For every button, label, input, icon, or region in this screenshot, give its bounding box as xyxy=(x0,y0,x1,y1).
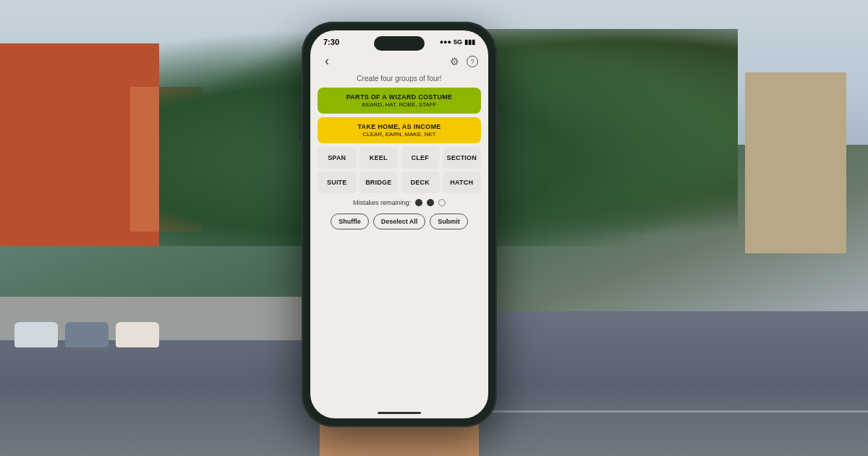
app-content: ‹ ⚙ ? Create four groups of four! PARTS … xyxy=(310,49,488,235)
group-card-yellow: TAKE HOME, AS INCOME CLEAR, EARN, MAKE, … xyxy=(318,117,481,143)
status-time: 7:30 xyxy=(323,38,339,46)
building-right xyxy=(745,72,846,253)
word-tile-keel[interactable]: KEEL xyxy=(359,147,399,169)
back-button[interactable]: ‹ xyxy=(320,52,333,70)
word-tile-suite[interactable]: SUITE xyxy=(318,172,357,193)
power-button[interactable] xyxy=(497,109,500,138)
phone-screen: 7:30 ●●● 5G ▮▮▮ ‹ ⚙ ? Create xyxy=(310,30,488,418)
word-tile-bridge[interactable]: BRIDGE xyxy=(359,172,399,193)
group-card-green: PARTS OF A WIZARD COSTUME BEARD, HAT, RO… xyxy=(318,88,481,114)
help-icon[interactable]: ? xyxy=(467,56,478,67)
word-tile-hatch[interactable]: HATCH xyxy=(443,172,482,193)
home-indicator xyxy=(378,412,421,414)
status-icons: ●●● 5G ▮▮▮ xyxy=(440,38,475,46)
group-items-green: BEARD, HAT, ROBE, STAFF xyxy=(325,101,474,108)
signal-icon: ●●● xyxy=(440,38,451,46)
word-grid: SPAN KEEL CLEF SECTION SUITE BRIDGE DECK… xyxy=(318,147,481,193)
mistake-dot-2 xyxy=(427,199,434,206)
hand-phone-area: 7:30 ●●● 5G ▮▮▮ ‹ ⚙ ? Create xyxy=(269,7,529,456)
car2 xyxy=(65,322,109,347)
car1 xyxy=(14,322,58,347)
phone-device: 7:30 ●●● 5G ▮▮▮ ‹ ⚙ ? Create xyxy=(302,22,497,427)
car3 xyxy=(116,322,159,347)
shuffle-button[interactable]: Shuffle xyxy=(331,214,369,229)
word-tile-span[interactable]: SPAN xyxy=(318,147,357,169)
mistakes-label: Mistakes remaining: xyxy=(353,199,411,206)
mistakes-row: Mistakes remaining: xyxy=(318,199,481,206)
battery-icon: ▮▮▮ xyxy=(464,38,475,46)
word-tile-section[interactable]: SECTION xyxy=(443,147,482,169)
deselect-all-button[interactable]: Deselect All xyxy=(373,214,426,229)
group-title-green: PARTS OF A WIZARD COSTUME xyxy=(325,93,474,101)
mistake-dot-empty xyxy=(438,199,446,206)
word-tile-deck[interactable]: DECK xyxy=(401,172,440,193)
word-tile-clef[interactable]: CLEF xyxy=(401,147,440,169)
instruction-text: Create four groups of four! xyxy=(318,75,481,83)
nav-icons: ⚙ ? xyxy=(450,56,478,67)
action-buttons: Shuffle Deselect All Submit xyxy=(318,214,481,229)
submit-button[interactable]: Submit xyxy=(430,214,468,229)
dynamic-island xyxy=(374,36,425,51)
volume-down-button[interactable] xyxy=(299,120,302,140)
group-title-yellow: TAKE HOME, AS INCOME xyxy=(325,123,474,130)
volume-up-button[interactable] xyxy=(299,94,302,114)
network-label: 5G xyxy=(454,38,462,46)
mistake-dot-1 xyxy=(415,199,422,206)
cars xyxy=(14,322,159,347)
gear-icon[interactable]: ⚙ xyxy=(450,56,459,67)
nav-bar: ‹ ⚙ ? xyxy=(318,49,481,75)
group-items-yellow: CLEAR, EARN, MAKE, NET xyxy=(325,131,474,138)
